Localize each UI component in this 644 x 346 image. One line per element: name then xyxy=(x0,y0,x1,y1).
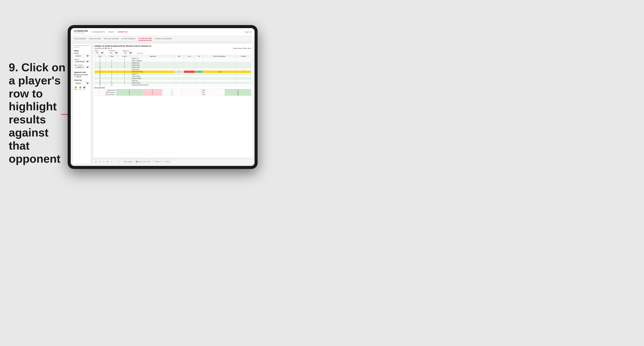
save-custom-label: Save Custom View xyxy=(138,161,150,163)
colour-label-down: Down xyxy=(74,89,77,90)
toolbar-sep1 xyxy=(121,161,122,163)
table-row[interactable]: 1474Eunice Yi xyxy=(94,73,251,75)
colour-label-up: Up xyxy=(84,89,85,90)
opponent-view-section: Opponent view Opponents Played Top 100 xyxy=(74,71,90,77)
ood-table-row[interactable]: NAIA Division 115009.26730 xyxy=(94,91,251,94)
radio-opponents-input[interactable] xyxy=(74,74,76,75)
table-row[interactable]: 19106Emily Chang xyxy=(94,82,251,84)
radio-opponents-played[interactable]: Opponents Played xyxy=(74,74,90,75)
grid-container: Katelyn Vo Head-to-Head Grid for Women's… xyxy=(93,43,253,158)
colour-down: Down xyxy=(74,86,77,90)
radio-top100[interactable]: Top 100 xyxy=(74,76,90,77)
toolbar-watch[interactable]: 👁 Watch ▾ xyxy=(152,160,162,163)
colour-by-dropdown[interactable]: Win/loss xyxy=(74,82,90,85)
grid-title: Katelyn Vo Head-to-Head Grid for Women's… xyxy=(94,45,251,47)
region-select[interactable]: (All) xyxy=(94,51,104,54)
timestamp-time: 16:55:38 xyxy=(74,47,90,48)
tablet-frame: SCOREBOARD Powered by clippd TOURNAMENTS… xyxy=(68,25,258,169)
table-row[interactable]: 1691Jessica Mason xyxy=(94,77,251,80)
overall-record-value: 353 - 34 - 6 xyxy=(104,47,112,49)
sub-nav: TEAM SUMMARY TEAM H2H GRID TEAM H2H HEAT… xyxy=(71,36,254,42)
colour-label-level: Level xyxy=(78,89,82,90)
table-row[interactable]: 914Sharon Mun xyxy=(94,64,251,66)
th-opponent: Opponent xyxy=(131,55,175,58)
toolbar-refresh[interactable]: ⊙ xyxy=(117,161,120,163)
toolbar-grid[interactable]: ⊞ xyxy=(106,161,109,163)
radio-top100-input[interactable] xyxy=(74,76,76,77)
overall-record: Overall Record: 353 - 34 - 6 xyxy=(94,47,112,49)
table-row[interactable]: 20117Federica Domecq Lacroze xyxy=(94,84,251,86)
ood-table-row[interactable]: Foreign Team1004.5002 xyxy=(94,89,251,91)
table-header-row: # Div # Reg # Conf Opponent Win Loss Tie… xyxy=(94,55,251,58)
nav-tournaments[interactable]: TOURNAMENTS xyxy=(92,31,105,33)
view-original-label: View: Original xyxy=(124,161,132,163)
ood-table-row[interactable]: NCAA Division 25007.40010 xyxy=(94,94,251,96)
subnav-team-summary[interactable]: TEAM SUMMARY xyxy=(74,37,86,40)
logo-text: SCOREBOARD xyxy=(74,30,88,32)
radio-opponents-label: Opponents Played xyxy=(76,74,88,75)
annotation-body: Click on a player's row to highlight res… xyxy=(9,61,66,165)
toolbar-undo[interactable]: ↩ xyxy=(94,161,97,163)
table-row[interactable]: 1311▶ Jessica Huang010-3.002 xyxy=(94,71,251,73)
gender-dropdown[interactable]: Women's xyxy=(74,54,90,57)
toolbar-view-original[interactable]: View: Original xyxy=(123,160,134,163)
toolbar-redo[interactable]: ↪ xyxy=(98,161,101,163)
th-conf: # Conf xyxy=(118,55,131,58)
th-div: # Div xyxy=(94,55,106,58)
subnav-player-h2h-heatmap[interactable]: PLAYER H2H HEATMAP xyxy=(154,37,172,40)
toolbar-cut[interactable]: ✂ xyxy=(110,161,113,163)
subnav-team-h2h-heatmap[interactable]: TEAM H2H HEATMAP xyxy=(104,37,119,40)
sidebar-player-rank-label: Player (Rank) xyxy=(74,64,90,66)
th-loss: Loss xyxy=(184,55,195,58)
colour-section: Colour by Win/loss Down Level xyxy=(74,79,90,90)
grid-records: Overall Record: 353 - 34 - 6 Division Re… xyxy=(94,47,251,49)
toolbar-dot[interactable]: · xyxy=(114,161,116,163)
division-record-label: Division Record: xyxy=(233,47,244,49)
table-row[interactable]: 1063Andrea York xyxy=(94,66,251,68)
table-row[interactable]: 1585Stella Chang xyxy=(94,75,251,77)
toolbar-share[interactable]: ⬆ Share xyxy=(163,160,171,163)
out-of-division-table: Foreign Team1004.5002NAIA Division 11500… xyxy=(94,89,251,96)
nav-links: TOURNAMENTS TEAMS COMMITTEE xyxy=(92,31,243,33)
bottom-toolbar: ↩ ↪ ↷ ⊞ ✂ · ⊙ View: Original 💾 Save Cust… xyxy=(93,159,253,164)
logo: SCOREBOARD Powered by clippd xyxy=(74,30,88,33)
table-row[interactable]: 522Alexis Sudjianto xyxy=(94,60,251,62)
sign-out-link[interactable]: Sign out xyxy=(243,31,252,33)
nav-teams[interactable]: TEAMS xyxy=(108,31,114,33)
colour-up: Up xyxy=(83,86,85,90)
subnav-player-summary[interactable]: PLAYER SUMMARY xyxy=(122,37,136,40)
toolbar-forward[interactable]: ↷ xyxy=(102,161,105,163)
data-table: # Div # Reg # Conf Opponent Win Loss Tie… xyxy=(94,55,251,86)
main-content: Last Updated: 27/03/2024 16:55:38 Player… xyxy=(71,42,254,166)
conference-select[interactable]: (All) xyxy=(108,51,118,54)
share-label: Share xyxy=(166,161,170,163)
annotation-text: 9. Click on a player's row to highlight … xyxy=(9,61,68,165)
subnav-team-h2h-grid[interactable]: TEAM H2H GRID xyxy=(89,37,101,40)
toolbar-save-custom[interactable]: 💾 Save Custom View xyxy=(135,160,151,163)
colour-circles: Down Level Up xyxy=(74,86,90,90)
th-diff: Diff Av Strokes/Rnd xyxy=(203,55,236,58)
opponent-select[interactable]: (All) xyxy=(123,51,132,54)
sidebar-timestamp: Last Updated: 27/03/2024 16:55:38 xyxy=(74,45,90,48)
th-win: Win xyxy=(175,55,184,58)
division-dropdown[interactable]: NCAA Division III xyxy=(74,60,90,63)
table-row[interactable]: 613Sydney Kuo xyxy=(94,62,251,64)
filter-region: Region (All) xyxy=(94,50,104,54)
filter-conference: Conference (All) xyxy=(108,50,118,54)
nav-bar: SCOREBOARD Powered by clippd TOURNAMENTS… xyxy=(71,28,254,36)
filter-row: Region (All) Conference (All) xyxy=(94,50,251,54)
filter-conference-label: Conference xyxy=(108,50,118,51)
player-rank-dropdown[interactable]: 8. Katelyn Vo xyxy=(74,66,90,69)
table-row[interactable]: 1822Euna Lee xyxy=(94,80,251,82)
sidebar-gender-label: Gender xyxy=(74,52,90,54)
table-row[interactable]: 31Esther Lee xyxy=(94,58,251,60)
table-row[interactable]: 12Haeju Hyun xyxy=(94,68,251,71)
colour-circle-up xyxy=(83,86,85,89)
nav-committee[interactable]: COMMITTEE xyxy=(117,31,128,33)
subnav-player-h2h-grid[interactable]: PLAYER H2H GRID xyxy=(138,37,152,40)
tablet-screen: SCOREBOARD Powered by clippd TOURNAMENTS… xyxy=(71,28,254,166)
logo-sub: Powered by clippd xyxy=(74,32,88,34)
timestamp-label: Last Updated: 27/03/2024 xyxy=(74,45,90,47)
opponent-view-title: Opponent view xyxy=(74,71,90,73)
sidebar-division-label: Division xyxy=(74,59,90,60)
